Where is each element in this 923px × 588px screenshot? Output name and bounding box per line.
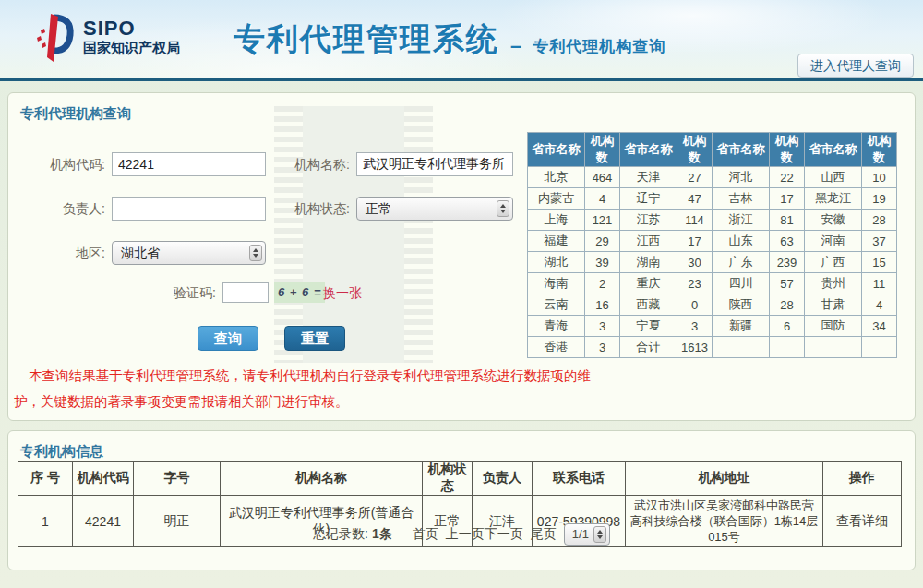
org-name-label: 机构名称: — [281, 152, 350, 176]
pagination-bar: 总记录数: 1条 首页 上一页 下一页 尾页 1/1 — [8, 523, 915, 546]
province-cell: 29 — [585, 231, 620, 252]
select-stepper-icon — [249, 245, 262, 261]
query-panel-title: 专利代理机构查询 — [20, 105, 131, 123]
province-count-header: 机构数 — [770, 133, 805, 167]
province-cell: 81 — [770, 210, 805, 231]
province-cell: 云南 — [528, 294, 585, 316]
province-cell: 34 — [862, 316, 897, 337]
captcha-refresh-link[interactable]: 换一张 — [323, 285, 362, 302]
title-dash: – — [510, 34, 521, 61]
province-row: 香港3合计1613 — [528, 337, 897, 358]
org-name-input[interactable] — [356, 152, 513, 176]
province-cell: 1613 — [677, 337, 713, 358]
last-page-link[interactable]: 尾页 — [531, 526, 557, 543]
province-row: 上海121江苏114浙江81安徽28 — [528, 210, 897, 231]
province-count-table: 省市名称机构数省市名称机构数省市名称机构数省市名称机构数 北京464天津27河北… — [527, 132, 897, 358]
province-cell: 青海 — [528, 316, 585, 337]
province-cell: 福建 — [528, 231, 585, 252]
province-count-header: 机构数 — [585, 133, 620, 167]
province-cell: 30 — [677, 252, 713, 273]
captcha-input[interactable] — [222, 282, 269, 303]
result-col-header: 机构地址 — [626, 462, 823, 496]
result-col-header: 负责人 — [473, 462, 533, 496]
province-cell: 121 — [585, 210, 620, 231]
org-code-input[interactable] — [112, 152, 266, 176]
province-cell: 3 — [585, 316, 620, 337]
province-cell: 114 — [677, 210, 713, 231]
province-cell: 江西 — [620, 231, 677, 252]
province-cell: 0 — [677, 294, 713, 316]
result-col-header: 联系电话 — [533, 462, 626, 496]
province-cell: 47 — [677, 188, 713, 210]
captcha-label: 验证码: — [110, 282, 216, 304]
result-col-header: 机构名称 — [221, 462, 423, 496]
province-cell: 19 — [862, 188, 897, 210]
province-cell: 57 — [770, 273, 805, 294]
province-cell: 3 — [677, 316, 713, 337]
select-stepper-icon — [497, 200, 509, 217]
province-cell: 11 — [862, 273, 897, 294]
captcha-image[interactable]: 6 + 6 = — [274, 282, 325, 303]
province-row: 云南16西藏0陕西28甘肃4 — [528, 294, 897, 316]
principal-input[interactable] — [112, 197, 266, 221]
province-cell: 239 — [770, 252, 805, 273]
province-name-header: 省市名称 — [713, 133, 770, 167]
next-page-link[interactable]: 下一页 — [485, 526, 523, 543]
region-select[interactable]: 湖北省 — [112, 241, 266, 265]
province-cell: 西藏 — [620, 294, 677, 316]
province-cell: 湖北 — [528, 252, 585, 273]
province-cell: 吉林 — [713, 188, 770, 210]
province-cell: 甘肃 — [805, 294, 862, 316]
logo-text: SIPO 国家知识产权局 — [83, 18, 180, 57]
page-header: SIPO 国家知识产权局 专利代理管理系统 – 专利代理机构查询 进入代理人查询 — [0, 0, 923, 81]
total-records-label: 总记录数: — [313, 526, 368, 543]
result-col-header: 字号 — [134, 462, 221, 496]
province-name-header: 省市名称 — [620, 133, 677, 167]
province-cell — [862, 337, 897, 358]
province-cell: 山东 — [713, 231, 770, 252]
province-cell: 15 — [862, 252, 897, 273]
province-cell: 27 — [677, 167, 713, 188]
org-status-select[interactable]: 正常 — [356, 197, 513, 221]
province-cell: 37 — [862, 231, 897, 252]
province-cell — [713, 337, 770, 358]
province-cell: 63 — [770, 231, 805, 252]
org-status-label: 机构状态: — [281, 197, 350, 221]
header-titles: 专利代理管理系统 – 专利代理机构查询 — [234, 18, 665, 61]
province-name-header: 省市名称 — [805, 133, 862, 167]
province-cell: 江苏 — [620, 210, 677, 231]
province-cell: 17 — [770, 188, 805, 210]
building-watermark-image — [274, 106, 433, 363]
province-cell: 河南 — [805, 231, 862, 252]
province-table-body: 北京464天津27河北22山西10内蒙古4辽宁47吉林17黑龙江19上海121江… — [528, 167, 897, 358]
province-cell: 39 — [585, 252, 620, 273]
province-cell: 28 — [770, 294, 805, 316]
principal-label: 负责人: — [27, 197, 105, 221]
province-row: 内蒙古4辽宁47吉林17黑龙江19 — [528, 188, 897, 210]
sipo-logo-icon — [33, 12, 76, 64]
province-cell: 内蒙古 — [528, 188, 585, 210]
province-cell: 贵州 — [805, 273, 862, 294]
province-cell: 23 — [677, 273, 713, 294]
province-cell: 上海 — [528, 210, 585, 231]
agent-query-button[interactable]: 进入代理人查询 — [797, 54, 914, 78]
province-cell: 10 — [862, 167, 897, 188]
result-panel-title: 专利机构信息 — [20, 443, 103, 461]
province-cell: 广东 — [713, 252, 770, 273]
province-cell: 黑龙江 — [805, 188, 862, 210]
page-number-select[interactable]: 1/1 — [564, 523, 610, 546]
province-row: 海南2重庆23四川57贵州11 — [528, 273, 897, 294]
province-cell: 浙江 — [713, 210, 770, 231]
prev-page-link[interactable]: 上一页 — [446, 526, 485, 543]
total-records-value: 1条 — [372, 526, 392, 543]
query-panel: 专利代理机构查询 机构代码: 机构名称: 负责人: 机构状态: 正常 地区: 湖… — [7, 92, 916, 421]
province-cell: 16 — [585, 294, 620, 316]
province-cell: 北京 — [528, 167, 585, 188]
result-col-header: 操作 — [823, 462, 902, 496]
search-button[interactable]: 查询 — [198, 326, 258, 351]
reset-button[interactable]: 重置 — [284, 326, 345, 351]
province-cell: 湖南 — [620, 252, 677, 273]
first-page-link[interactable]: 首页 — [413, 526, 438, 543]
province-count-header: 机构数 — [862, 133, 897, 167]
province-cell: 合计 — [620, 337, 677, 358]
